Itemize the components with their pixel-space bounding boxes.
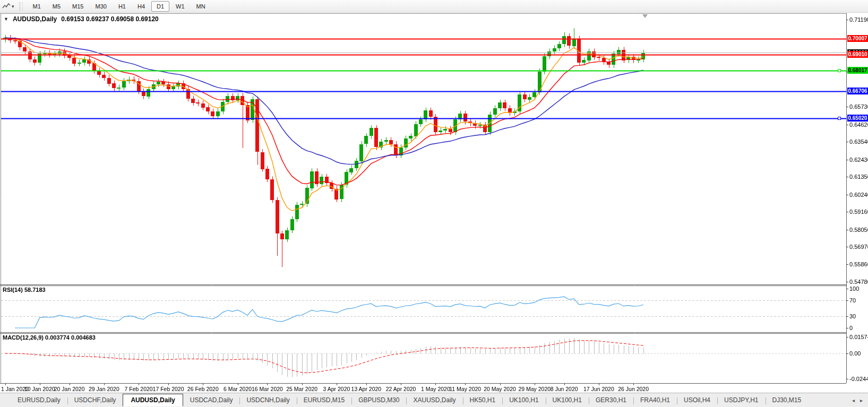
date-axis-label: 29 Jan 2020 <box>89 386 119 392</box>
tab-scroll-left-icon[interactable]: ◂ <box>852 397 855 403</box>
timeframe-button-mn[interactable]: MN <box>191 1 211 12</box>
chart-shift-marker-icon[interactable] <box>642 14 648 18</box>
timeframe-button-h1[interactable]: H1 <box>113 1 131 12</box>
timeframe-buttons: M1M5M15M30H1H4D1W1MN <box>27 1 211 12</box>
rsi-axis-label: 0 <box>849 325 853 331</box>
chart-canvas[interactable] <box>0 13 868 393</box>
date-axis-label: 26 Jun 2020 <box>618 386 649 392</box>
rsi-indicator-label: RSI(14) 58.7183 <box>3 287 46 293</box>
trading-platform-window: ▾ M1M5M15M30H1H4D1W1MN ▼ AUDUSD,Daily 0.… <box>0 0 868 407</box>
chart-tab-eurusd-m15[interactable]: EURUSD,M15 <box>297 394 351 406</box>
price-axis-label: 0.61350 <box>849 174 868 180</box>
chart-tab-ger30-h1[interactable]: GER30,H1 <box>589 394 633 406</box>
date-axis-label: 29 May 2020 <box>518 386 551 392</box>
date-axis-label: 17 Feb 2020 <box>153 386 184 392</box>
timeframe-button-d1[interactable]: D1 <box>151 1 169 12</box>
date-axis-label: 3 Apr 2020 <box>323 386 350 392</box>
date-axis-label: 8 Jun 2020 <box>551 386 578 392</box>
date-axis-label: 13 Apr 2020 <box>351 386 382 392</box>
chart-ohlc-values: 0.69153 0.69237 0.69058 0.69120 <box>61 15 159 23</box>
date-axis-label: 10 Jan 2020 <box>24 386 55 392</box>
chart-area: ▼ AUDUSD,Daily 0.69153 0.69237 0.69058 0… <box>0 13 868 393</box>
date-axis-label: 26 Feb 2020 <box>187 386 219 392</box>
date-axis-label: 16 Mar 2020 <box>252 386 283 392</box>
chart-symbol-period: AUDUSD,Daily <box>13 15 57 23</box>
chart-tab-usdjpy-h1[interactable]: USDJPY,H1 <box>717 394 765 406</box>
price-axis-label: 0.65730 <box>849 103 868 110</box>
chart-tab-usdcad-daily[interactable]: USDCAD,Daily <box>183 394 240 406</box>
chart-tab-uk100-h1[interactable]: UK100,H1 <box>546 394 589 406</box>
price-axis-label: 0.71190 <box>849 16 868 23</box>
price-axis-label: 0.56970 <box>849 244 868 250</box>
date-axis-label: 20 Jan 2020 <box>54 386 85 392</box>
date-axis-label: 17 Jun 2020 <box>583 386 614 392</box>
price-axis-label: 0.55860 <box>849 261 868 267</box>
one-click-trading-icon[interactable]: ▼ <box>4 16 8 22</box>
price-level-badge: 0.68017 <box>847 67 868 74</box>
rsi-axis-label: 70 <box>849 297 856 304</box>
chart-tab-bar: EURUSD,DailyUSDCHF,DailyAUDUSD,DailyUSDC… <box>0 393 868 407</box>
chart-tab-eurusd-daily[interactable]: EURUSD,Daily <box>11 394 67 406</box>
timeframe-button-m5[interactable]: M5 <box>47 1 66 12</box>
macd-axis-label: 0.00 <box>849 350 861 357</box>
chevron-down-icon[interactable]: ▾ <box>12 4 14 9</box>
date-axis-label: 7 Feb 2020 <box>125 386 153 392</box>
timeframe-button-m1[interactable]: M1 <box>28 1 46 12</box>
chart-line-icon[interactable] <box>2 2 11 11</box>
tab-scroll-right-icon[interactable]: ▸ <box>860 397 863 403</box>
price-axis-label: 0.63540 <box>849 138 868 145</box>
timeframe-button-h4[interactable]: H4 <box>132 1 150 12</box>
price-axis-label: 0.58050 <box>849 227 868 233</box>
chart-tabs: EURUSD,DailyUSDCHF,DailyAUDUSD,DailyUSDC… <box>11 394 808 406</box>
toolbar-grip <box>20 2 23 11</box>
price-axis-label: 0.54780 <box>849 279 868 285</box>
price-level-badge: 0.70007 <box>847 35 868 42</box>
timeframe-toolbar: ▾ M1M5M15M30H1H4D1W1MN <box>0 0 868 13</box>
chart-tab-xauusd-daily[interactable]: XAUUSD,Daily <box>406 394 462 406</box>
date-axis-label: 25 Mar 2020 <box>286 386 317 392</box>
price-level-badge: 0.65020 <box>847 115 868 122</box>
date-axis-label: 20 May 2020 <box>484 386 516 392</box>
chart-tab-usdcnh-daily[interactable]: USDCNH,Daily <box>239 394 296 406</box>
price-level-badge: 0.66706 <box>847 88 868 94</box>
rsi-axis-label: 100 <box>849 285 859 292</box>
chart-tool-group: ▾ <box>0 2 16 11</box>
macd-axis-label: 0.01574 <box>849 334 868 340</box>
chart-tab-usdchf-daily[interactable]: USDCHF,Daily <box>67 394 123 406</box>
date-axis-label: 11 May 2020 <box>449 386 481 392</box>
price-axis-label: 0.64620 <box>849 122 868 128</box>
date-axis-label: 6 Mar 2020 <box>224 386 252 392</box>
chart-tab-gbpusd-m30[interactable]: GBPUSD,M30 <box>351 394 406 406</box>
price-axis-label: 0.60240 <box>849 192 868 198</box>
price-axis-label: 0.62430 <box>849 157 868 163</box>
chart-tab-uk100-h1[interactable]: UK100,H1 <box>502 394 545 406</box>
chart-title: ▼ AUDUSD,Daily 0.69153 0.69237 0.69058 0… <box>4 15 159 23</box>
timeframe-button-w1[interactable]: W1 <box>170 1 190 12</box>
date-axis-label: 22 Apr 2020 <box>386 386 416 392</box>
rsi-axis-label: 30 <box>849 313 856 319</box>
tab-scroll-arrows: ◂ ▸ <box>852 397 868 403</box>
macd-axis-label: -0.02441 <box>849 376 868 382</box>
price-level-badge: 0.69010 <box>847 51 868 58</box>
chart-tab-hk50-h1[interactable]: HK50,H1 <box>463 394 503 406</box>
chart-tab-usoil-h4[interactable]: USOil,H4 <box>677 394 717 406</box>
date-axis-label: 1 May 2020 <box>421 386 450 392</box>
timeframe-button-m30[interactable]: M30 <box>90 1 112 12</box>
chart-tab-fra40-h1[interactable]: FRA40,H1 <box>633 394 677 406</box>
chart-tab-audusd-daily[interactable]: AUDUSD,Daily <box>123 394 183 406</box>
timeframe-button-m15[interactable]: M15 <box>67 1 89 12</box>
macd-indicator-label: MACD(12,26,9) 0.003774 0.004683 <box>3 334 96 341</box>
chart-tab-dj30-m15[interactable]: DJ30,M15 <box>766 394 809 406</box>
price-axis-label: 0.59160 <box>849 209 868 215</box>
